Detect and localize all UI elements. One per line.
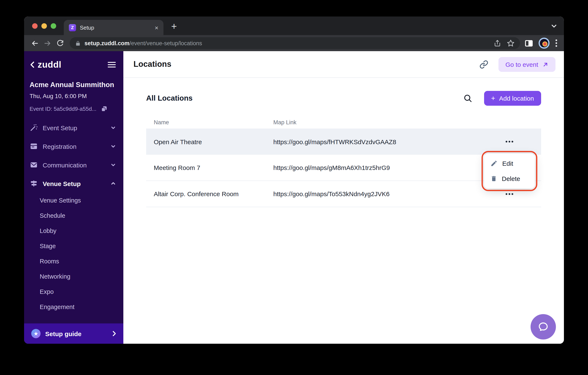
zuddl-favicon-icon: Z (69, 24, 76, 31)
table-row[interactable]: Open Air Theatre https://goo.gl/maps/fHT… (146, 129, 541, 155)
event-summary: Acme Annual Summithon Thu, Aug 10, 6:00 … (24, 70, 123, 112)
minimize-window-button[interactable] (42, 23, 47, 29)
wand-icon (30, 123, 38, 132)
address-bar[interactable]: setup.zuddl.com/event/venue-setup/locati… (70, 37, 520, 49)
omnibox-actions (494, 39, 514, 47)
menu-item-label: Delete (502, 175, 520, 182)
copy-link-icon[interactable] (480, 60, 489, 69)
section-title: All Locations (146, 94, 193, 102)
page-content: zuddl Acme Annual Summithon Thu, Aug 10,… (24, 51, 564, 344)
close-window-button[interactable] (32, 23, 38, 29)
side-panel-icon[interactable] (525, 40, 533, 46)
trash-icon (490, 175, 497, 182)
add-location-button[interactable]: + Add location (484, 91, 541, 105)
sidebar-item-label: Registration (43, 143, 76, 150)
table-row[interactable]: Altair Corp. Conference Room https://goo… (146, 181, 541, 207)
setup-guide-star-icon: ★ (31, 329, 41, 338)
browser-tab-setup[interactable]: Z Setup × (64, 20, 163, 35)
search-icon[interactable] (463, 94, 472, 102)
copy-icon[interactable] (101, 105, 108, 112)
locations-toolbar: All Locations + Add location (146, 90, 541, 106)
sidebar-item-engagement[interactable]: Engagement (24, 299, 123, 315)
event-id-row: Event ID: 5a5c9dd9-a55d... (30, 105, 117, 112)
venue-subnav: Venue Settings Schedule Lobby Stage Room… (24, 193, 123, 315)
chevron-down-icon (111, 144, 116, 149)
main-area: Locations Go to event All Locations (123, 51, 564, 344)
url-domain: setup.zuddl.com (84, 40, 129, 46)
url-text: setup.zuddl.com/event/venue-setup/locati… (84, 40, 490, 46)
location-name: Altair Corp. Conference Room (146, 190, 273, 198)
row-actions-button[interactable] (502, 138, 517, 145)
tab-overview-chevron-icon[interactable] (551, 23, 557, 31)
event-name: Acme Annual Summithon (30, 81, 117, 89)
sidebar-item-rooms[interactable]: Rooms (24, 254, 123, 269)
table-row[interactable]: Meeting Room 7 https://goo.gl/maps/gM8mA… (146, 155, 541, 181)
sidebar-item-venue-settings[interactable]: Venue Settings (24, 193, 123, 208)
pencil-icon (490, 160, 498, 167)
help-chat-button[interactable] (531, 314, 556, 340)
bookmark-star-icon[interactable] (507, 39, 514, 47)
setup-guide-button[interactable]: ★ Setup guide (24, 323, 123, 344)
event-datetime: Thu, Aug 10, 6:00 PM (30, 93, 117, 99)
external-arrow-icon (542, 61, 549, 67)
sidebar-item-label: Event Setup (43, 124, 77, 131)
locations-body: All Locations + Add location Name (123, 78, 564, 344)
share-icon[interactable] (494, 40, 501, 47)
sidebar-item-lobby[interactable]: Lobby (24, 223, 123, 238)
browser-menu-icon[interactable] (556, 39, 557, 47)
back-button[interactable] (28, 37, 41, 49)
column-header-map-link: Map Link (273, 119, 478, 125)
sidebar-item-registration[interactable]: Registration (24, 137, 123, 155)
row-actions-button[interactable] (502, 190, 517, 197)
form-icon (30, 142, 38, 151)
reload-button[interactable] (54, 37, 66, 49)
logo-text: zuddl (38, 60, 62, 70)
header-actions: Go to event (480, 57, 556, 72)
chevron-right-icon (112, 331, 116, 337)
menu-item-edit[interactable]: Edit (484, 157, 535, 170)
zoom-window-button[interactable] (51, 23, 56, 29)
go-to-event-button[interactable]: Go to event (499, 57, 556, 72)
sidebar-item-event-setup[interactable]: Event Setup (24, 118, 123, 137)
plus-icon: + (491, 95, 495, 102)
add-location-label: Add location (499, 95, 534, 102)
profile-avatar[interactable] (539, 38, 550, 49)
browser-window: Z Setup × + setup.zuddl.com/event/venue (24, 16, 564, 344)
sidebar-top: zuddl (24, 51, 123, 70)
sidebar-item-schedule[interactable]: Schedule (24, 208, 123, 223)
sidebar-item-label: Communication (43, 161, 87, 168)
screen: Z Setup × + setup.zuddl.com/event/venue (0, 0, 588, 375)
chevron-down-icon (111, 162, 116, 167)
page-header: Locations Go to event (123, 51, 564, 78)
sidebar-item-networking[interactable]: Networking (24, 269, 123, 284)
go-to-event-label: Go to event (505, 61, 538, 68)
zuddl-logo[interactable]: zuddl (30, 60, 62, 70)
hamburger-menu-icon[interactable] (108, 62, 116, 68)
location-name: Meeting Room 7 (146, 164, 273, 171)
tab-title: Setup (80, 24, 94, 31)
menu-item-delete[interactable]: Delete (484, 172, 535, 185)
menu-item-label: Edit (502, 160, 513, 167)
sidebar-item-venue-setup[interactable]: Venue Setup (24, 174, 123, 193)
row-context-menu: Edit Delete (484, 154, 535, 188)
chat-bubble-icon (537, 321, 549, 333)
close-tab-icon[interactable]: × (155, 24, 158, 31)
new-tab-button[interactable]: + (168, 20, 180, 33)
sidebar-item-communication[interactable]: Communication (24, 155, 123, 174)
setup-guide-label: Setup guide (45, 330, 82, 337)
sidebar-item-expo[interactable]: Expo (24, 284, 123, 299)
location-map-link: https://goo.gl/maps/gM8mA6Xh1trz5hrG9 (273, 164, 478, 171)
sidebar-item-label: Venue Setup (43, 180, 81, 187)
url-path: /event/venue-setup/locations (129, 40, 202, 46)
window-controls (32, 23, 56, 29)
page-title: Locations (134, 60, 171, 69)
sidebar-item-stage[interactable]: Stage (24, 238, 123, 254)
browser-controls (523, 38, 560, 49)
chevron-up-icon (111, 181, 116, 186)
envelope-icon (30, 161, 38, 169)
forward-button[interactable] (41, 37, 54, 49)
location-name: Open Air Theatre (146, 138, 273, 145)
lock-icon (75, 40, 81, 46)
sidebar: zuddl Acme Annual Summithon Thu, Aug 10,… (24, 51, 123, 344)
sidebar-nav: Event Setup Registration Communication (24, 118, 123, 315)
